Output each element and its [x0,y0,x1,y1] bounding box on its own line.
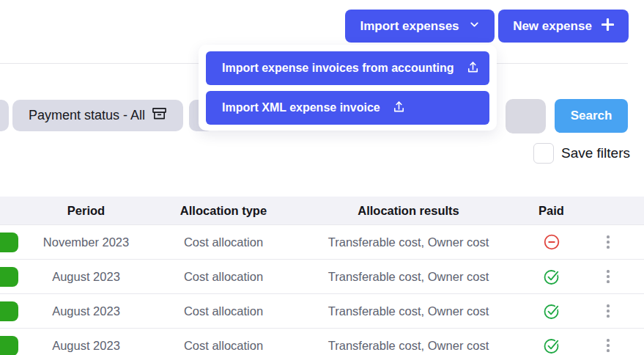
period-cell: November 2023 [29,235,143,249]
paid-status-icon [543,268,560,285]
row-menu-kebab-icon[interactable] [604,233,612,252]
payment-status-filter[interactable]: Payment status - All [12,100,183,131]
paid-status-icon [543,302,560,320]
search-button[interactable]: Search [555,99,628,133]
search-button-label: Search [571,109,612,123]
check-circle-icon [543,302,560,320]
allocation-type-cell: Cost allocation [143,270,304,284]
period-cell: August 2023 [29,339,143,353]
plus-icon [602,18,614,34]
allocation-results-cell: Transferable cost, Owner cost [304,235,513,249]
column-header-paid: Paid [513,204,590,218]
table-header-row: Period Allocation type Allocation result… [0,197,644,224]
check-circle-icon [543,337,560,354]
import-expenses-button[interactable]: Import expenses [345,10,495,43]
allocation-type-cell: Cost allocation [143,304,304,318]
table-row[interactable]: August 2023 Cost allocation Transferable… [0,328,644,355]
period-cell: August 2023 [29,270,143,284]
filter-pill-fragment-left[interactable] [0,100,9,131]
menu-item-label: Import expense invoices from accounting [222,62,454,75]
import-expenses-label: Import expenses [360,19,459,34]
save-filters-label: Save filters [561,145,630,161]
status-pill [0,233,18,252]
column-header-allocation-type: Allocation type [143,204,304,218]
payment-status-label: Payment status - All [29,108,145,123]
status-pill [0,301,18,321]
row-menu-kebab-icon[interactable] [604,301,612,321]
check-circle-icon [543,268,560,285]
save-filters-control: Save filters [533,143,630,164]
table-row[interactable]: August 2023 Cost allocation Transferable… [0,259,644,293]
status-pill [0,267,18,287]
row-menu-kebab-icon[interactable] [604,336,612,355]
save-filters-checkbox[interactable] [533,143,554,164]
menu-item-import-xml-invoice[interactable]: Import XML expense invoice [206,91,489,125]
chevron-down-icon [469,19,480,34]
row-menu-kebab-icon[interactable] [604,267,612,286]
table-row[interactable]: November 2023 Cost allocation Transferab… [0,224,644,259]
menu-item-label: Import XML expense invoice [222,101,380,114]
table-row[interactable]: August 2023 Cost allocation Transferable… [0,293,644,328]
menu-item-import-from-accounting[interactable]: Import expense invoices from accounting [206,51,489,85]
new-expense-button[interactable]: New expense [498,10,629,43]
paid-status-icon [543,233,560,251]
filter-pill-fragment-right[interactable] [506,99,546,133]
allocation-results-cell: Transferable cost, Owner cost [304,270,513,284]
allocation-type-cell: Cost allocation [143,235,304,249]
column-header-period: Period [29,204,143,218]
allocation-results-cell: Transferable cost, Owner cost [304,304,513,318]
allocation-type-cell: Cost allocation [143,339,304,353]
import-expenses-dropdown: Import expense invoices from accounting … [199,45,497,131]
minus-circle-icon [543,233,560,251]
archive-box-icon [152,106,167,125]
new-expense-label: New expense [513,19,592,34]
status-pill [0,336,18,355]
upload-icon [466,60,480,77]
column-header-allocation-results: Allocation results [304,204,513,218]
expenses-table: Period Allocation type Allocation result… [0,197,644,355]
expenses-page: Import expenses New expense Import expen… [0,0,644,355]
upload-icon [392,100,406,117]
period-cell: August 2023 [29,304,143,318]
paid-status-icon [543,337,560,354]
allocation-results-cell: Transferable cost, Owner cost [304,339,513,353]
